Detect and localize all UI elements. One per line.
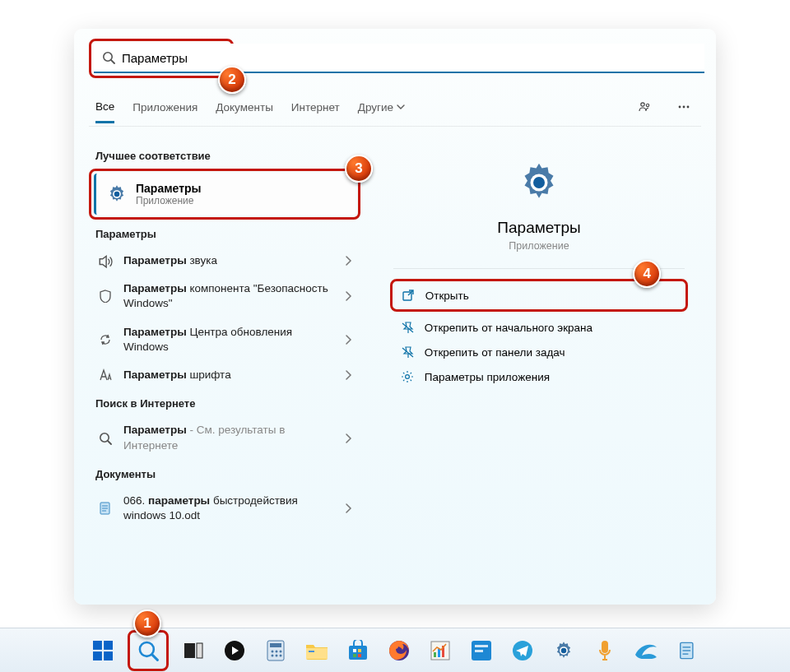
chevron-right-icon bbox=[346, 291, 352, 301]
svg-point-30 bbox=[276, 654, 278, 656]
font-icon bbox=[97, 368, 114, 382]
best-match-sub: Приложение bbox=[136, 195, 202, 206]
svg-rect-22 bbox=[197, 643, 202, 658]
gear-icon bbox=[106, 183, 128, 205]
svg-rect-25 bbox=[270, 643, 281, 647]
best-match-title: Параметры bbox=[136, 182, 202, 195]
people-icon[interactable] bbox=[634, 96, 655, 118]
search-icon bbox=[102, 51, 115, 64]
step-badge-1: 1 bbox=[133, 609, 161, 637]
taskbar-explorer[interactable] bbox=[300, 634, 333, 667]
best-match-highlight: Параметры Приложение 3 bbox=[89, 169, 360, 220]
taskbar-app-swoosh[interactable] bbox=[630, 634, 662, 667]
search-panel: 2 Все Приложения Документы Интернет Друг… bbox=[74, 29, 716, 605]
details-subtitle: Приложение bbox=[509, 240, 569, 252]
result-web-search[interactable]: Параметры - См. результаты в Интернете bbox=[89, 416, 360, 459]
svg-rect-41 bbox=[434, 652, 436, 657]
svg-point-31 bbox=[280, 654, 282, 656]
taskbar-media[interactable] bbox=[218, 634, 251, 667]
step-badge-2: 2 bbox=[218, 66, 246, 94]
svg-rect-46 bbox=[475, 650, 483, 652]
tab-all[interactable]: Все bbox=[95, 100, 114, 123]
result-security-settings[interactable]: Параметры компонента "Безопасность Windo… bbox=[89, 275, 360, 317]
svg-rect-38 bbox=[358, 654, 361, 657]
chevron-right-icon bbox=[346, 256, 352, 266]
svg-rect-21 bbox=[184, 643, 195, 658]
open-action-highlight: Открыть 4 bbox=[390, 279, 688, 312]
taskbar-telegram[interactable] bbox=[506, 634, 539, 667]
gear-icon bbox=[400, 370, 415, 383]
chevron-right-icon bbox=[346, 335, 352, 345]
details-pane: Параметры Приложение Открыть 4 Открепить… bbox=[377, 141, 701, 530]
settings-section-label: Параметры bbox=[95, 228, 360, 240]
taskbar-store[interactable] bbox=[342, 634, 374, 667]
taskbar-app-blue[interactable] bbox=[465, 634, 498, 667]
taskbar-search-highlight: 1 bbox=[128, 630, 169, 671]
action-open[interactable]: Открыть bbox=[394, 283, 655, 308]
tab-apps[interactable]: Приложения bbox=[132, 101, 198, 114]
taskbar-taskview[interactable] bbox=[177, 634, 210, 667]
taskbar-firefox[interactable] bbox=[383, 634, 416, 667]
chevron-right-icon bbox=[346, 370, 352, 380]
speaker-icon bbox=[97, 253, 114, 268]
tab-internet[interactable]: Интернет bbox=[291, 101, 340, 114]
tab-documents[interactable]: Документы bbox=[216, 101, 273, 114]
svg-rect-34 bbox=[349, 646, 367, 660]
svg-rect-48 bbox=[602, 641, 608, 653]
svg-point-28 bbox=[280, 650, 282, 652]
svg-rect-45 bbox=[475, 645, 488, 647]
step-badge-3: 3 bbox=[345, 155, 373, 183]
best-match-label: Лучшее соответствие bbox=[95, 150, 360, 162]
chevron-right-icon bbox=[346, 503, 352, 513]
svg-point-29 bbox=[272, 654, 274, 656]
search-box-highlight: 2 bbox=[89, 39, 234, 78]
unpin-icon bbox=[400, 321, 415, 334]
web-section-label: Поиск в Интернете bbox=[95, 397, 360, 410]
app-gear-icon bbox=[516, 160, 562, 206]
more-icon[interactable] bbox=[673, 96, 695, 118]
taskbar-app-chart[interactable] bbox=[424, 634, 457, 667]
svg-rect-37 bbox=[353, 654, 356, 657]
details-title: Параметры bbox=[497, 219, 580, 237]
svg-rect-32 bbox=[306, 648, 328, 659]
svg-rect-42 bbox=[438, 649, 440, 657]
document-icon bbox=[97, 502, 114, 515]
action-unpin-start[interactable]: Открепить от начального экрана bbox=[393, 315, 685, 340]
filter-tabs: Все Приложения Документы Интернет Другие bbox=[89, 85, 701, 127]
action-unpin-taskbar[interactable]: Открепить от панели задач bbox=[393, 340, 685, 364]
svg-rect-33 bbox=[309, 651, 314, 652]
search-box[interactable] bbox=[94, 44, 704, 73]
result-font-settings[interactable]: Параметры шрифта bbox=[89, 361, 360, 389]
open-icon bbox=[401, 289, 416, 302]
action-app-settings[interactable]: Параметры приложения bbox=[393, 364, 685, 389]
taskbar-start[interactable] bbox=[86, 634, 119, 667]
taskbar-app-mic[interactable] bbox=[588, 634, 621, 667]
search-input[interactable] bbox=[122, 51, 696, 65]
svg-rect-35 bbox=[353, 649, 356, 652]
sync-icon bbox=[97, 333, 114, 346]
shield-icon bbox=[97, 290, 114, 303]
unpin-icon bbox=[400, 345, 415, 359]
best-match-item[interactable]: Параметры Приложение bbox=[94, 174, 356, 215]
results-left: Лучшее соответствие Параметры Приложение… bbox=[89, 141, 360, 530]
result-sound-settings[interactable]: Параметры звука bbox=[89, 247, 360, 275]
chevron-right-icon bbox=[346, 433, 352, 443]
taskbar-settings[interactable] bbox=[547, 634, 580, 667]
search-icon bbox=[97, 432, 114, 445]
step-badge-4: 4 bbox=[633, 260, 661, 288]
svg-rect-36 bbox=[358, 649, 361, 652]
tab-more[interactable]: Другие bbox=[358, 101, 405, 114]
taskbar-search[interactable] bbox=[132, 634, 165, 667]
result-update-settings[interactable]: Параметры Центра обновления Windows bbox=[89, 318, 360, 361]
svg-point-26 bbox=[272, 650, 274, 652]
taskbar-calculator[interactable] bbox=[259, 634, 292, 667]
result-document[interactable]: 066. параметры быстродействия windows 10… bbox=[89, 487, 360, 530]
documents-section-label: Документы bbox=[95, 468, 360, 480]
svg-point-27 bbox=[276, 650, 278, 652]
taskbar-app-doc[interactable] bbox=[671, 634, 704, 667]
taskbar: 1 bbox=[0, 628, 790, 672]
